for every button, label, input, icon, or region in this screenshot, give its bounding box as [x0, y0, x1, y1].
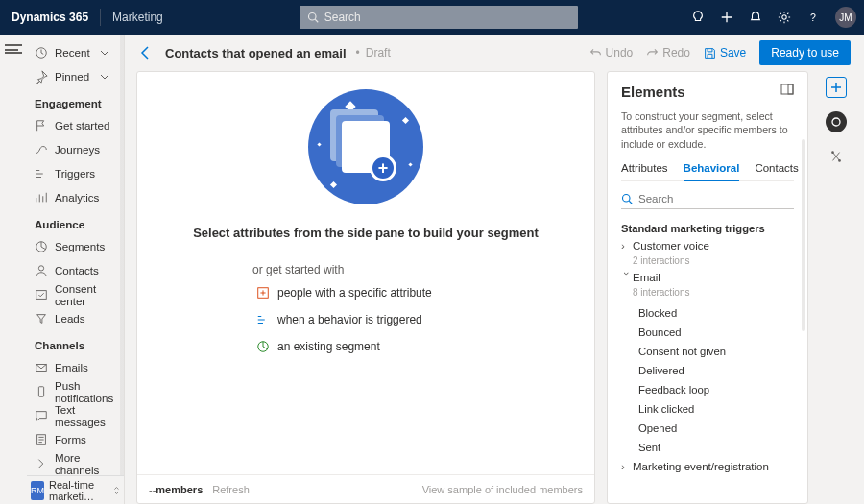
back-button[interactable] [138, 45, 154, 60]
nav-pinned[interactable]: Pinned [29, 64, 124, 88]
canvas-or-label: or get started with [252, 263, 344, 276]
svg-rect-7 [36, 290, 47, 299]
nav-section-engagement: Engagement [29, 88, 124, 113]
panel-scrollbar[interactable] [802, 139, 805, 331]
email-count: 8 interactions [633, 287, 794, 298]
redo-button[interactable]: Redo [646, 46, 690, 60]
global-search[interactable]: Search [300, 6, 578, 29]
trigger-leaf[interactable]: Blocked [621, 303, 794, 323]
nav-get-started[interactable]: Get started [29, 113, 124, 137]
right-rail [820, 71, 852, 504]
nav-analytics[interactable]: Analytics [29, 185, 124, 209]
svg-rect-14 [788, 84, 793, 94]
trigger-group-title: Standard marketing triggers [621, 223, 794, 234]
save-button[interactable]: Save [704, 46, 746, 60]
trigger-email[interactable]: › Email [621, 272, 794, 283]
bell-icon[interactable] [741, 0, 770, 35]
rail-settings-icon[interactable] [826, 146, 847, 167]
canvas-footer: -- members Refresh View sample of includ… [137, 474, 594, 503]
form-icon [35, 433, 48, 446]
chevron-down-icon [98, 48, 111, 58]
page-title: Contacts that opened an email [165, 46, 347, 60]
expand-panel-icon[interactable] [780, 84, 794, 95]
left-nav: Recent Pinned Engagement Get started Jou… [27, 35, 125, 504]
save-icon [704, 47, 716, 60]
chevron-down-icon: › [621, 272, 633, 283]
attribute-icon [256, 286, 270, 300]
mail-icon [35, 361, 48, 374]
search-placeholder: Search [324, 11, 361, 24]
nav-segments[interactable]: Segments [29, 234, 124, 258]
svg-rect-13 [781, 84, 793, 94]
tab-behavioral[interactable]: Behavioral [684, 162, 740, 181]
chevron-right-icon: › [621, 461, 633, 472]
nav-forms[interactable]: Forms [29, 427, 124, 451]
ready-to-use-button[interactable]: Ready to use [759, 40, 851, 65]
nav-recent[interactable]: Recent [29, 40, 124, 64]
starter-attribute[interactable]: people with a specific attribute [256, 286, 432, 300]
avatar[interactable]: JM [835, 7, 856, 28]
gear-icon[interactable] [770, 0, 799, 35]
canvas-headline: Select attributes from the side pane to … [193, 226, 539, 240]
main-area: Contacts that opened an email Draft Undo… [125, 35, 864, 504]
trigger-leaf[interactable]: Consent not given [621, 342, 794, 361]
help-icon[interactable]: ? [799, 0, 828, 35]
rail-copilot-icon[interactable] [826, 111, 847, 132]
svg-point-6 [38, 265, 43, 270]
person-icon [35, 264, 48, 277]
members-label: members [156, 484, 203, 495]
panel-search-input[interactable] [638, 193, 794, 204]
nav-more-channels[interactable]: More channels [29, 451, 124, 475]
nav-push[interactable]: Push notifications [29, 379, 124, 403]
svg-point-18 [831, 151, 834, 154]
trigger-marketing-event[interactable]: › Marketing event/registration [621, 461, 794, 472]
svg-point-17 [832, 118, 840, 126]
plus-icon[interactable] [712, 0, 741, 35]
refresh-button[interactable]: Refresh [212, 484, 250, 495]
nav-collapse-strip [0, 35, 27, 504]
trigger-customer-voice[interactable]: › Customer voice [621, 240, 794, 252]
chevron-right-icon: › [621, 240, 633, 252]
search-icon [307, 12, 319, 23]
command-bar: Contacts that opened an email Draft Undo… [125, 35, 864, 71]
environment-switcher[interactable]: RM Real-time marketi… [27, 475, 124, 504]
customer-voice-count: 2 interactions [633, 255, 794, 266]
nav-leads[interactable]: Leads [29, 306, 124, 330]
tab-contacts[interactable]: Contacts [755, 162, 798, 180]
segments-icon [35, 240, 48, 253]
chevron-right-icon [35, 457, 48, 470]
trigger-leaf[interactable]: Sent [621, 438, 794, 457]
trigger-icon [35, 167, 48, 180]
env-badge: RM [31, 481, 44, 500]
elements-panel: Elements To construct your segment, sele… [607, 71, 808, 504]
module-label[interactable]: Marketing [101, 11, 175, 24]
starter-behavior[interactable]: when a behavior is triggered [256, 313, 422, 326]
nav-text[interactable]: Text messages [29, 403, 124, 427]
undo-button[interactable]: Undo [589, 46, 634, 60]
starter-segment[interactable]: an existing segment [256, 340, 380, 353]
svg-rect-9 [38, 386, 43, 396]
hamburger-icon[interactable] [5, 44, 22, 54]
svg-point-15 [623, 194, 631, 202]
tab-attributes[interactable]: Attributes [621, 162, 668, 180]
trigger-leaf[interactable]: Link clicked [621, 399, 794, 419]
arrow-left-icon [138, 45, 154, 60]
panel-search[interactable] [621, 189, 794, 209]
view-sample-button[interactable]: View sample of included members [422, 484, 583, 495]
nav-emails[interactable]: Emails [29, 355, 124, 379]
redo-icon [646, 47, 659, 60]
trigger-leaf[interactable]: Bounced [621, 323, 794, 342]
trigger-leaf[interactable]: Opened [621, 419, 794, 438]
trigger-leaf[interactable]: Delivered [621, 361, 794, 380]
nav-triggers[interactable]: Triggers [29, 161, 124, 185]
clock-icon [35, 46, 48, 60]
svg-point-19 [838, 159, 841, 162]
svg-point-0 [308, 13, 316, 21]
nav-consent-center[interactable]: Consent center [29, 282, 124, 306]
trigger-leaf[interactable]: Feedback loop [621, 380, 794, 399]
rail-add-icon[interactable] [826, 77, 847, 98]
lightbulb-icon[interactable] [684, 0, 712, 35]
nav-section-channels: Channels [29, 330, 124, 355]
nav-contacts[interactable]: Contacts [29, 258, 124, 282]
nav-journeys[interactable]: Journeys [29, 137, 124, 161]
